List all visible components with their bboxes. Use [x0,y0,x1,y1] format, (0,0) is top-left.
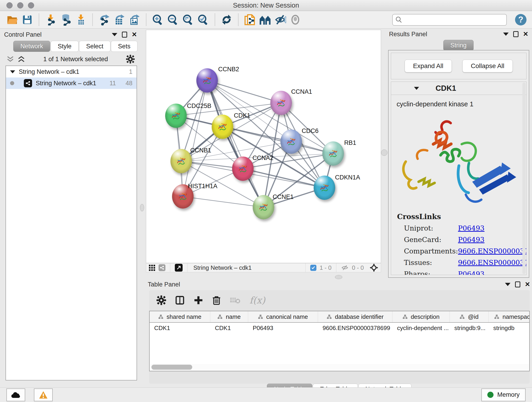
panel-float-icon[interactable] [515,281,520,287]
entry-collapse-icon[interactable] [414,87,419,90]
panel-close-icon[interactable]: ✕ [132,32,137,38]
network-node-cdk1[interactable] [212,115,233,139]
selected-items-checkbox[interactable] [310,265,317,271]
zoom-fit-button[interactable] [181,13,195,26]
network-collection-row[interactable]: String Network – cdk1 1 [6,66,137,77]
close-window-button[interactable] [6,2,13,8]
tab-string[interactable]: String [443,40,474,51]
tree-expand-icon[interactable] [10,70,15,73]
network-node-ccna2[interactable] [232,157,254,181]
memory-button[interactable]: Memory [481,389,526,401]
column-header-shared-name[interactable]: shared name [150,311,210,322]
network-node-rb1[interactable] [322,141,344,166]
column-header-id[interactable]: @id [450,311,489,322]
delete-column-icon[interactable] [212,295,221,305]
import-network-file-button[interactable] [44,13,57,26]
network-node-cdc6[interactable] [280,129,302,154]
panel-collapse-icon[interactable] [503,32,509,36]
show-columns-icon[interactable] [175,295,185,305]
cloud-status-button[interactable] [6,389,25,401]
export-table-button[interactable] [113,13,126,26]
crosslink-link[interactable]: 9606.ENSP00000378699 [458,259,526,267]
column-header-database-identifier[interactable]: database identifier [318,311,393,322]
zoom-selected-button[interactable] [196,13,210,26]
table-cell[interactable]: 9606.ENSP00000378699 [318,323,393,334]
collapse-all-icon[interactable] [6,56,14,63]
zoom-in-button[interactable] [151,13,165,26]
network-node-cdc25b[interactable] [165,104,187,128]
table-cell[interactable]: P06493 [248,323,318,334]
export-network-button[interactable] [98,13,111,26]
crosslink-link[interactable]: 9606.ENSP00000378699 [458,247,526,255]
table-cell[interactable]: CDK1 [210,323,248,334]
splitter-handle[interactable] [140,204,144,211]
panel-close-icon[interactable]: ✕ [525,281,530,288]
table-row[interactable]: CDK1CDK1P064939606.ENSP00000378699cyclin… [150,323,529,334]
expand-all-button[interactable]: Expand All [405,60,452,72]
gear-icon[interactable] [126,55,135,64]
table-horizontal-scrollbar[interactable] [150,364,529,370]
hidden-items-icon[interactable] [341,265,349,271]
network-edge[interactable] [207,80,281,103]
open-session-button[interactable] [6,13,19,26]
zoom-out-button[interactable] [166,13,180,26]
zoom-window-button[interactable] [28,2,34,8]
network-canvas[interactable]: CCNB2CCNA1CDC25BCDK1CDC6RB1CCNB1CCNA2CDK… [146,30,381,263]
panel-float-icon[interactable] [513,31,519,37]
tab-network[interactable]: Network [13,41,50,52]
expand-all-icon[interactable] [17,56,25,63]
network-node-ccnb2[interactable] [196,68,218,93]
warning-status-button[interactable] [34,389,53,401]
tab-select[interactable]: Select [79,41,110,52]
import-table-file-button[interactable] [74,13,88,26]
network-node-ccna1[interactable] [270,91,292,115]
table-cell[interactable]: CDK1 [150,323,210,334]
save-session-button[interactable] [21,13,34,26]
gene-entry-header[interactable]: CDK1 [391,82,526,95]
apply-layout-button[interactable] [220,13,233,26]
network-node-ccnb1[interactable] [171,149,192,173]
network-edge[interactable] [183,196,264,207]
hide-annotations-button[interactable] [273,13,287,26]
search-input[interactable] [392,14,507,26]
panel-collapse-icon[interactable] [505,283,510,286]
network-edge[interactable] [183,80,207,196]
show-graphics-details-button[interactable] [259,13,272,26]
network-row[interactable]: String Network – cdk1 11 48 [6,77,137,89]
tab-style[interactable]: Style [51,41,79,52]
network-node-cdkn1a[interactable] [314,176,335,200]
detach-view-icon[interactable] [175,264,183,272]
column-header-description[interactable]: description [393,311,450,322]
splitter-handle[interactable] [381,149,387,156]
crosslink-link[interactable]: P06493 [458,270,485,275]
column-header-canonical-name[interactable]: canonical name [248,311,318,322]
export-image-button[interactable] [128,13,141,26]
results-scrollbar[interactable] [522,83,526,274]
crosslink-link[interactable]: P06493 [458,224,485,232]
add-column-icon[interactable] [194,295,203,305]
table-gear-icon[interactable] [157,295,166,305]
table-cell[interactable]: stringdb:9... [450,323,489,334]
crosslink-link[interactable]: P06493 [458,236,485,244]
scrollbar-thumb[interactable] [152,365,192,370]
birdseye-crosshair-icon[interactable] [369,263,379,272]
grid-view-icon[interactable] [148,264,155,271]
import-network-from-database-button[interactable] [59,13,72,26]
network-node-ccne1[interactable] [253,195,274,219]
show-hide-button[interactable] [289,13,302,26]
tab-sets[interactable]: Sets [111,41,138,52]
panel-collapse-icon[interactable] [112,33,117,36]
column-header-namespace[interactable]: namespace [489,311,530,322]
panel-float-icon[interactable] [122,32,127,38]
table-cell[interactable]: cyclin-dependent ... [393,323,450,334]
table-cell[interactable]: stringdb [489,323,530,334]
minimize-window-button[interactable] [17,2,23,8]
results-panel: Results Panel ✕ String Expand All Collap… [387,30,530,278]
splitter-handle[interactable] [335,275,342,279]
collapse-all-button[interactable]: Collapse All [462,60,513,72]
panel-close-icon[interactable]: ✕ [523,31,528,37]
clone-network-button[interactable] [243,13,257,26]
help-button[interactable]: ? [515,14,526,26]
network-badge-icon[interactable] [158,264,165,271]
column-header-name[interactable]: name [210,311,248,322]
